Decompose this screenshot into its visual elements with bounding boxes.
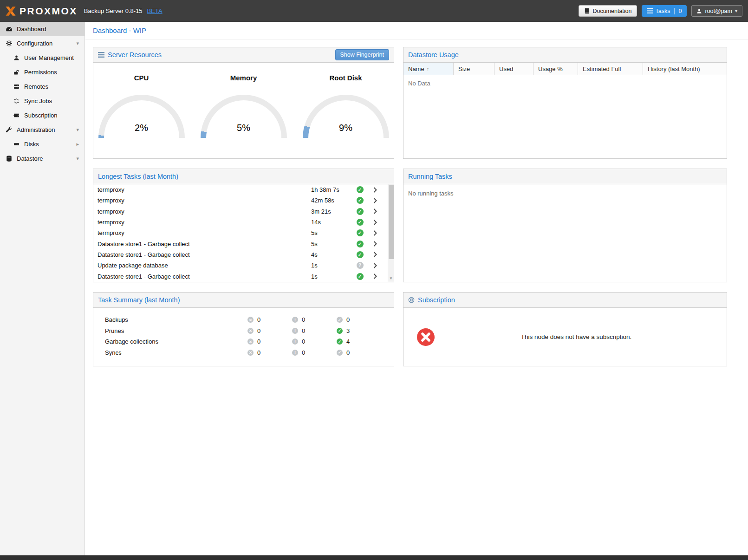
subscription-message: This node does not have a subscription. [435,333,717,340]
sidebar-item-user-management[interactable]: User Management [0,51,85,65]
column-header-history[interactable]: History (last Month) [643,63,727,75]
sidebar-item-sync-jobs[interactable]: Sync Jobs [0,94,85,108]
gauge-value: 5% [201,123,287,133]
chevron-down-icon[interactable]: ▾ [76,40,81,46]
column-header-size[interactable]: Size [454,63,494,75]
chevron-right-icon[interactable] [366,263,384,268]
sidebar-item-label: Datastore [17,155,43,162]
hdd-icon [13,141,20,147]
column-label: Usage % [538,65,563,72]
task-list-icon [647,8,653,13]
sidebar-item-disks[interactable]: Disks ▸ [0,137,85,151]
chevron-right-icon[interactable] [366,198,384,203]
task-duration: 1s [307,273,353,280]
longest-tasks-list: termproxy 1h 38m 7s termproxy 42m 58s te… [93,184,394,282]
panel-title: Datastore Usage [408,51,459,59]
sidebar-item-subscription[interactable]: Subscription [0,108,85,123]
error-count: 0 [257,338,260,345]
subscription-panel: Subscription This node does not have a s… [403,292,727,366]
dashboard-content: Server Resources Show Fingerprint CPU 2%… [85,39,748,374]
status-icon [357,219,364,226]
summary-row-syncs: Syncs 0 0 0 [93,347,394,358]
scrollbar-thumb[interactable] [389,185,394,259]
task-name: termproxy [93,219,307,226]
sidebar-item-label: Remotes [24,83,48,90]
task-row[interactable]: Datastore store1 - Garbage collect 5s [93,238,387,249]
error-count-icon [247,350,254,356]
user-menu-button[interactable]: root@pam ▾ [691,5,742,17]
task-duration: 4s [307,251,353,258]
chevron-down-icon[interactable]: ▾ [76,156,81,162]
tasks-button[interactable]: Tasks 0 [642,5,687,17]
column-header-usage-pct[interactable]: Usage % [533,63,578,75]
column-header-name[interactable]: Name ↑ [403,63,454,75]
task-row[interactable]: termproxy 42m 58s [93,195,387,206]
sidebar-item-dashboard[interactable]: Dashboard [0,22,85,36]
scrollbar[interactable]: ▼ [388,184,394,282]
task-row[interactable]: termproxy 1h 38m 7s [93,184,387,195]
sidebar-item-configuration[interactable]: Configuration ▾ [0,36,85,51]
memory-gauge-arc: 5% [201,95,287,139]
sidebar-item-label: Administration [17,126,55,133]
task-row[interactable]: Datastore store1 - Garbage collect 4s [93,249,387,260]
column-header-used[interactable]: Used [494,63,533,75]
chevron-right-icon[interactable] [366,273,384,279]
status-icon [357,251,364,258]
summary-label: Backups [93,316,247,323]
task-summary-panel: Task Summary (last Month) Backups 0 0 0 … [93,292,394,366]
column-label: Used [499,65,513,72]
task-duration: 5s [307,229,353,236]
sidebar-item-permissions[interactable]: Permissions [0,65,85,79]
panel-title: Task Summary (last Month) [98,296,180,304]
task-duration: 42m 58s [307,197,353,204]
product-version: Backup Server 0.8-15 [84,7,143,14]
proxmox-logo: PROXMOX [5,5,78,17]
column-label: Name [408,65,424,72]
documentation-button[interactable]: Documentation [579,5,637,17]
chevron-right-icon[interactable] [366,187,384,193]
summary-label: Syncs [93,349,247,356]
show-fingerprint-button[interactable]: Show Fingerprint [335,49,390,60]
chevron-right-icon[interactable] [366,208,384,214]
task-name: termproxy [93,197,307,204]
sidebar-item-label: Sync Jobs [24,98,52,104]
gears-icon [5,40,13,47]
user-icon [696,8,702,14]
chevron-right-icon[interactable] [366,230,384,236]
task-row[interactable]: termproxy 5s [93,228,387,238]
subscription-panel-icon [408,297,415,303]
task-row[interactable]: termproxy 3m 21s [93,206,387,217]
chevron-right-icon[interactable]: ▸ [76,141,81,147]
task-row[interactable]: Update package database 1s [93,260,387,271]
sidebar-item-remotes[interactable]: Remotes [0,79,85,94]
chevron-down-icon[interactable]: ▾ [76,127,81,133]
server-resources-icon [98,52,104,58]
no-running-tasks-text: No running tasks [403,184,727,202]
task-duration: 14s [307,219,353,226]
top-header: PROXMOX Backup Server 0.8-15 BETA Docume… [0,0,748,22]
sidebar-item-datastore[interactable]: Datastore ▾ [0,151,85,166]
ok-count-icon [337,328,343,334]
no-subscription-icon [416,328,435,346]
task-row[interactable]: Datastore store1 - Garbage collect 1s [93,271,387,281]
beta-link[interactable]: BETA [147,7,163,14]
task-duration: 5s [307,241,353,247]
status-icon [357,262,364,269]
bottom-bar [0,555,748,560]
error-count-icon [247,328,254,334]
cpu-gauge: CPU 2% [94,74,189,158]
page-title-bar: Dashboard - WIP [85,22,748,39]
task-duration: 1s [307,262,353,269]
column-header-estimated-full[interactable]: Estimated Full [578,63,643,75]
chevron-right-icon[interactable] [366,252,384,257]
chevron-right-icon[interactable] [366,241,384,247]
sort-asc-icon: ↑ [427,66,429,72]
database-icon [5,155,13,162]
chevron-right-icon[interactable] [366,220,384,225]
task-row[interactable]: termproxy 14s [93,217,387,228]
scrollbar-down-arrow[interactable]: ▼ [388,275,394,281]
sidebar-item-administration[interactable]: Administration ▾ [0,123,85,137]
longest-tasks-panel: Longest Tasks (last Month) termproxy 1h … [93,169,394,282]
gauge-label: Memory [196,74,291,82]
warning-count-icon [292,339,298,345]
